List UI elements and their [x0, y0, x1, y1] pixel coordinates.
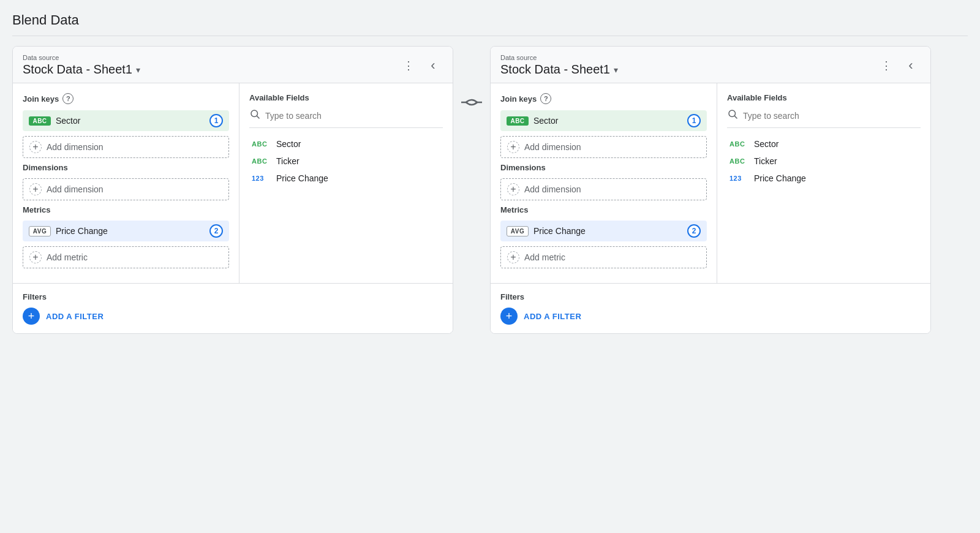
- left-field-sector-type: ABC: [252, 140, 270, 148]
- right-add-dim-plus-icon: +: [507, 183, 519, 195]
- left-metric-price-change[interactable]: AVG Price Change 2: [23, 221, 229, 241]
- right-join-key-sector[interactable]: ABC Sector 1: [500, 110, 707, 131]
- right-available-fields-pane: Available Fields ABC Sector: [717, 83, 930, 283]
- left-metric-number: 2: [209, 224, 223, 238]
- right-collapse-button[interactable]: ‹: [901, 56, 921, 75]
- left-collapse-button[interactable]: ‹: [423, 56, 443, 75]
- page-title: Blend Data: [12, 12, 968, 36]
- right-field-sector[interactable]: ABC Sector: [727, 135, 921, 153]
- right-add-join-dimension-button[interactable]: + Add dimension: [500, 136, 707, 158]
- left-panel-body: Join keys ? ABC Sector 1 + Add dimension…: [13, 83, 453, 283]
- left-field-price-change-type: 123: [252, 175, 270, 182]
- left-dimensions-title: Dimensions: [23, 163, 229, 172]
- left-join-keys-title: Join keys ?: [23, 93, 229, 104]
- svg-point-0: [251, 110, 258, 117]
- left-field-price-change-name: Price Change: [276, 173, 328, 183]
- left-field-sector-name: Sector: [276, 139, 301, 149]
- left-search-icon: [249, 108, 260, 123]
- right-add-join-plus-icon: +: [507, 141, 519, 153]
- left-field-ticker[interactable]: ABC Ticker: [249, 153, 443, 170]
- left-field-sector[interactable]: ABC Sector: [249, 135, 443, 153]
- left-add-filter-label: ADD A FILTER: [46, 312, 104, 321]
- right-join-keys-title: Join keys ?: [500, 93, 707, 104]
- right-field-sector-type: ABC: [729, 140, 748, 148]
- right-join-keys-help-icon[interactable]: ?: [540, 93, 551, 104]
- right-dimensions-title: Dimensions: [500, 163, 707, 172]
- left-join-key-number: 1: [209, 114, 223, 127]
- right-add-filter-plus-icon: +: [500, 308, 518, 325]
- right-field-ticker[interactable]: ABC Ticker: [727, 153, 921, 170]
- left-join-keys-help-icon[interactable]: ?: [62, 93, 74, 104]
- left-add-metric-button[interactable]: + Add metric: [23, 246, 229, 268]
- left-metric-field-name: Price Change: [56, 226, 205, 236]
- right-chevron-icon: ‹: [908, 58, 913, 74]
- right-left-pane: Join keys ? ABC Sector 1 + Add dimension…: [491, 83, 717, 283]
- left-filters-title: Filters: [23, 292, 443, 301]
- left-more-options-button[interactable]: ⋮: [399, 56, 418, 75]
- left-available-fields-pane: Available Fields ABC Sector: [239, 83, 453, 283]
- left-add-dimension-button[interactable]: + Add dimension: [23, 178, 229, 200]
- right-add-filter-label: ADD A FILTER: [524, 312, 581, 321]
- left-search-box: [249, 108, 443, 128]
- left-join-key-field-name: Sector: [56, 116, 205, 126]
- right-field-price-change[interactable]: 123 Price Change: [727, 170, 921, 187]
- left-data-panel: Data source Stock Data - Sheet1 ▾ ⋮ ‹: [12, 46, 453, 334]
- svg-line-5: [734, 116, 737, 118]
- left-field-ticker-name: Ticker: [276, 156, 300, 166]
- right-more-options-button[interactable]: ⋮: [876, 56, 896, 75]
- right-available-fields-list: ABC Sector ABC Ticker 123 Price Change: [727, 135, 921, 187]
- left-field-price-change[interactable]: 123 Price Change: [249, 170, 443, 187]
- right-filters-title: Filters: [500, 292, 921, 301]
- right-field-price-change-type: 123: [729, 175, 748, 182]
- right-add-metric-button[interactable]: + Add metric: [500, 246, 707, 268]
- right-filters-section: Filters + ADD A FILTER: [491, 283, 930, 333]
- left-search-input[interactable]: [265, 111, 443, 121]
- right-metric-number: 2: [687, 224, 701, 238]
- right-source-dropdown-icon[interactable]: ▾: [614, 65, 618, 75]
- right-search-icon: [727, 108, 738, 123]
- right-field-sector-name: Sector: [754, 139, 778, 149]
- left-metrics-title: Metrics: [23, 205, 229, 214]
- right-search-input[interactable]: [743, 111, 921, 121]
- left-panel-header: Data source Stock Data - Sheet1 ▾ ⋮ ‹: [13, 47, 453, 83]
- left-add-join-dimension-button[interactable]: + Add dimension: [23, 136, 229, 158]
- right-add-dimension-button[interactable]: + Add dimension: [500, 178, 707, 200]
- right-data-panel: Data source Stock Data - Sheet1 ▾ ⋮ ‹: [490, 46, 931, 334]
- right-panel-body: Join keys ? ABC Sector 1 + Add dimension…: [491, 83, 930, 283]
- right-available-fields-title: Available Fields: [727, 93, 921, 102]
- right-metric-price-change[interactable]: AVG Price Change 2: [500, 221, 707, 241]
- right-field-price-change-name: Price Change: [754, 173, 806, 183]
- right-panel-header: Data source Stock Data - Sheet1 ▾ ⋮ ‹: [491, 47, 930, 83]
- right-join-key-type-badge: ABC: [507, 116, 529, 126]
- left-join-key-sector[interactable]: ABC Sector 1: [23, 110, 229, 131]
- left-add-join-plus-icon: +: [29, 141, 42, 153]
- left-available-fields-title: Available Fields: [249, 93, 443, 102]
- link-icon-container: [453, 46, 490, 114]
- right-field-ticker-type: ABC: [729, 157, 748, 165]
- right-add-filter-button[interactable]: + ADD A FILTER: [500, 308, 581, 325]
- left-filters-section: Filters + ADD A FILTER: [13, 283, 453, 333]
- right-field-ticker-name: Ticker: [754, 156, 777, 166]
- right-data-source-label: Data source: [500, 54, 618, 61]
- left-add-filter-button[interactable]: + ADD A FILTER: [23, 308, 104, 325]
- left-data-source-label: Data source: [23, 54, 140, 61]
- left-metric-type-badge: AVG: [29, 226, 51, 236]
- left-source-dropdown-icon[interactable]: ▾: [136, 65, 140, 75]
- left-available-fields-list: ABC Sector ABC Ticker 123 Price Change: [249, 135, 443, 187]
- right-metrics-title: Metrics: [500, 205, 707, 214]
- left-add-metric-plus-icon: +: [29, 251, 42, 263]
- right-metric-field-name: Price Change: [533, 226, 682, 236]
- svg-point-4: [729, 110, 736, 117]
- left-join-key-type-badge: ABC: [29, 116, 51, 126]
- right-join-key-number: 1: [687, 114, 701, 127]
- right-search-box: [727, 108, 921, 128]
- link-icon: [461, 95, 482, 114]
- right-data-source-name[interactable]: Stock Data - Sheet1 ▾: [500, 62, 618, 77]
- left-pane: Join keys ? ABC Sector 1 + Add dimension…: [13, 83, 239, 283]
- left-add-dim-plus-icon: +: [29, 183, 42, 195]
- right-metric-type-badge: AVG: [507, 226, 529, 236]
- left-data-source-name[interactable]: Stock Data - Sheet1 ▾: [23, 62, 140, 77]
- left-field-ticker-type: ABC: [252, 157, 270, 165]
- left-add-filter-plus-icon: +: [23, 308, 40, 325]
- svg-line-1: [257, 116, 259, 118]
